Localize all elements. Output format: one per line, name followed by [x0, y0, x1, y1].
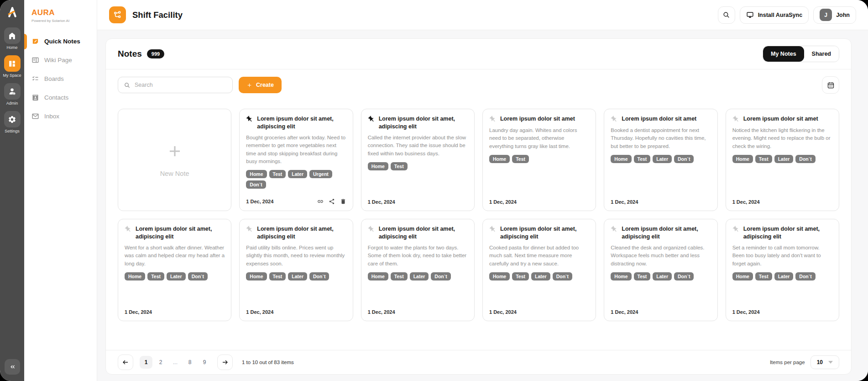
tag-pill[interactable]: Don`t — [188, 272, 208, 280]
tag-pill[interactable]: Home — [246, 170, 267, 178]
rail-item-admin[interactable]: Admin — [4, 83, 21, 106]
tag-pill[interactable]: Urgent — [309, 170, 332, 178]
pin-icon[interactable] — [489, 226, 497, 233]
page-button[interactable]: 8 — [183, 356, 196, 369]
tag-pill[interactable]: Later — [653, 155, 672, 163]
tag-pill[interactable]: Later — [774, 155, 794, 163]
tag-pill[interactable]: Don`t — [795, 272, 815, 280]
tag-pill[interactable]: Later — [774, 272, 794, 280]
tag-pill[interactable]: Home — [368, 272, 388, 280]
plus-icon — [246, 82, 252, 88]
tag-pill[interactable]: Home — [125, 272, 145, 280]
items-per-page-select[interactable]: 10 — [810, 355, 839, 369]
note-card[interactable]: Lorem ipsum dolor sit amet, adipiscing e… — [361, 109, 475, 211]
tag-pill[interactable]: Home — [489, 155, 510, 163]
tag-pill[interactable]: Don`t — [674, 272, 694, 280]
new-note-card[interactable]: New Note — [118, 109, 231, 211]
tag-pill[interactable]: Don`t — [795, 155, 815, 163]
note-card[interactable]: Lorem ipsum dolor sit amet Laundry day a… — [482, 109, 596, 211]
note-card[interactable]: Lorem ipsum dolor sit amet, adipiscing e… — [239, 109, 353, 211]
note-card[interactable]: Lorem ipsum dolor sit amet, adipiscing e… — [361, 219, 475, 321]
tag-pill[interactable]: Don`t — [431, 272, 450, 280]
tag-pill[interactable]: Home — [732, 272, 753, 280]
user-menu-button[interactable]: J John — [813, 6, 856, 24]
pin-icon[interactable] — [368, 116, 375, 123]
tag-pill[interactable]: Don`t — [674, 155, 694, 163]
page-button[interactable]: 2 — [154, 356, 167, 369]
tag-pill[interactable]: Test — [634, 155, 651, 163]
tag-pill[interactable]: Later — [531, 272, 550, 280]
note-card[interactable]: Lorem ipsum dolor sit amet, adipiscing e… — [239, 219, 353, 321]
pin-icon[interactable] — [246, 226, 253, 233]
note-card[interactable]: Lorem ipsum dolor sit amet, adipiscing e… — [726, 219, 839, 321]
rail-item-my-space[interactable]: My Space — [3, 55, 21, 78]
note-card[interactable]: Lorem ipsum dolor sit amet Booked a dent… — [604, 109, 717, 211]
tag-pill[interactable]: Don`t — [309, 272, 329, 280]
tag-pill[interactable]: Home — [611, 155, 631, 163]
pin-icon[interactable] — [611, 116, 618, 123]
install-aurasync-button[interactable]: Install AuraSync — [740, 6, 809, 24]
rail-item-home[interactable]: Home — [4, 27, 21, 50]
note-card[interactable]: Lorem ipsum dolor sit amet Noticed the k… — [726, 109, 839, 211]
pin-icon[interactable] — [489, 116, 497, 123]
tag-pill[interactable]: Later — [653, 272, 672, 280]
next-page-button[interactable] — [217, 355, 233, 370]
tag-pill[interactable]: Test — [512, 155, 529, 163]
sidebar-item-inbox[interactable]: Inbox — [24, 107, 97, 126]
tag-pill[interactable]: Test — [269, 170, 286, 178]
rail-item-settings[interactable]: Settings — [4, 111, 21, 133]
aura-logo-icon[interactable] — [5, 5, 20, 20]
tag-pill[interactable]: Home — [489, 272, 510, 280]
tag-pill[interactable]: Later — [288, 170, 307, 178]
tag-pill[interactable]: Later — [288, 272, 307, 280]
notes-search-input[interactable] — [135, 82, 227, 88]
pin-icon[interactable] — [611, 226, 618, 233]
note-title: Lorem ipsum dolor sit amet, adipiscing e… — [622, 225, 711, 240]
collapse-sidebar-button[interactable] — [5, 359, 20, 375]
create-note-button[interactable]: Create — [239, 77, 282, 93]
tag-pill[interactable]: Test — [755, 272, 772, 280]
tag-pill[interactable]: Later — [167, 272, 186, 280]
pin-icon[interactable] — [732, 116, 740, 123]
tag-pill[interactable]: Test — [269, 272, 286, 280]
link-icon[interactable] — [317, 198, 324, 205]
tab-my-notes[interactable]: My Notes — [763, 46, 804, 62]
notes-search[interactable] — [118, 77, 233, 93]
pin-icon[interactable] — [125, 226, 132, 233]
quick-notes-icon — [31, 37, 39, 45]
tag-pill[interactable]: Test — [755, 155, 772, 163]
pin-icon[interactable] — [246, 116, 253, 123]
sidebar-item-contacts[interactable]: Contacts — [24, 88, 97, 107]
tab-shared[interactable]: Shared — [804, 46, 839, 62]
tag-pill[interactable]: Home — [732, 155, 753, 163]
share-icon[interactable] — [329, 198, 335, 205]
tag-pill[interactable]: Don`t — [246, 180, 266, 189]
search-icon — [722, 11, 730, 19]
tag-pill[interactable]: Home — [368, 162, 388, 170]
sidebar-item-boards[interactable]: Boards — [24, 69, 97, 88]
tag-pill[interactable]: Test — [147, 272, 164, 280]
page-button[interactable]: 9 — [198, 356, 211, 369]
trash-icon[interactable] — [340, 198, 346, 205]
tag-pill[interactable]: Test — [634, 272, 651, 280]
tag-pill[interactable]: Home — [246, 272, 267, 280]
pin-icon[interactable] — [732, 226, 740, 233]
tag-pill[interactable]: Later — [410, 272, 429, 280]
note-card[interactable]: Lorem ipsum dolor sit amet, adipiscing e… — [482, 219, 596, 321]
header-search-button[interactable] — [718, 6, 735, 24]
tag-pill[interactable]: Test — [391, 162, 408, 170]
tag-pill[interactable]: Home — [611, 272, 631, 280]
tag-pill[interactable]: Test — [391, 272, 408, 280]
tag-pill[interactable]: Don`t — [553, 272, 572, 280]
note-card[interactable]: Lorem ipsum dolor sit amet, adipiscing e… — [604, 219, 717, 321]
pin-icon[interactable] — [368, 226, 375, 233]
avatar: J — [820, 9, 832, 21]
note-card[interactable]: Lorem ipsum dolor sit amet, adipiscing e… — [118, 219, 231, 321]
page-list: 12...89 — [140, 356, 211, 369]
calendar-filter-button[interactable] — [822, 76, 839, 94]
prev-page-button[interactable] — [118, 355, 133, 370]
sidebar-item-wiki-page[interactable]: Wiki Page — [24, 51, 97, 69]
tag-pill[interactable]: Test — [512, 272, 529, 280]
sidebar-item-quick-notes[interactable]: Quick Notes — [24, 32, 97, 51]
page-button[interactable]: 1 — [140, 356, 152, 369]
